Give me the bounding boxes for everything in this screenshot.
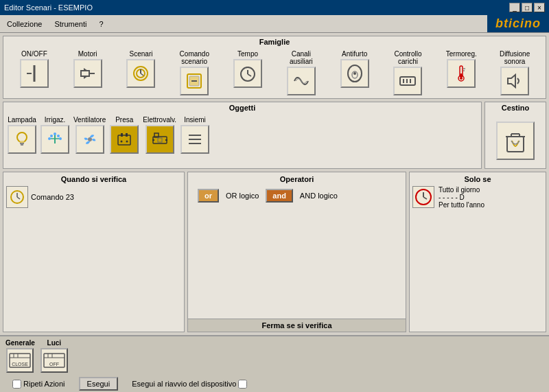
- svg-rect-43: [121, 133, 123, 137]
- object-irrigaz[interactable]: Irrigaz.: [40, 116, 69, 154]
- family-antifurto-label: Antifurto: [342, 50, 367, 58]
- svg-marker-4: [84, 68, 88, 71]
- svg-rect-51: [158, 138, 162, 142]
- operators-section: Operatori or OR logico and AND logico Fe…: [187, 172, 406, 332]
- checkbox-ripeti-input[interactable]: [12, 380, 21, 389]
- family-antifurto[interactable]: Antifurto: [334, 50, 375, 88]
- family-tempo-label: Tempo: [237, 50, 258, 58]
- svg-point-37: [48, 137, 51, 140]
- object-elettrovalv-label: Elettrovalv.: [143, 116, 176, 124]
- family-motori-label: Motori: [78, 50, 97, 58]
- cestino-section: Cestino: [484, 102, 546, 169]
- action-generale-icon[interactable]: CLOSE: [6, 348, 34, 373]
- solose-section: Solo se Tutto il giorno - - - - - D Per …: [409, 172, 546, 332]
- solose-line2: - - - - - D: [439, 194, 484, 201]
- family-motori-icon[interactable]: [73, 59, 102, 88]
- logo-text: bticino: [495, 16, 541, 31]
- object-ventilatore[interactable]: Ventilatore: [73, 116, 106, 154]
- cestino-title: Cestino: [502, 104, 529, 112]
- svg-line-62: [17, 197, 20, 199]
- checkbox-ripeti-label: Ripeti Azioni: [23, 380, 65, 388]
- family-comando-label: Comando scenario: [180, 50, 209, 65]
- family-diffusione-icon[interactable]: [500, 67, 529, 95]
- family-canali-icon[interactable]: [287, 67, 316, 95]
- family-onoff[interactable]: ON/OFF: [14, 50, 55, 88]
- object-elettrovalv[interactable]: Elettrovalv.: [143, 116, 176, 154]
- and-button[interactable]: and: [266, 189, 293, 203]
- object-insiemi-icon[interactable]: [180, 125, 209, 154]
- command-label: Comando 23: [31, 193, 74, 201]
- svg-line-65: [423, 197, 427, 199]
- svg-rect-2: [81, 71, 89, 76]
- or-button[interactable]: or: [198, 189, 219, 203]
- or-label: OR logico: [226, 192, 259, 200]
- cestino-icon[interactable]: [496, 122, 535, 160]
- family-termoreg-icon[interactable]: [447, 59, 476, 88]
- object-insiemi[interactable]: Insiemi: [180, 116, 209, 154]
- esegui-button[interactable]: Esegui: [79, 377, 119, 391]
- family-canali-label: Canali ausiliari: [290, 50, 313, 65]
- checkbox-riavvio-input[interactable]: [238, 380, 247, 389]
- close-button[interactable]: ×: [534, 3, 545, 12]
- object-elettrovalv-icon[interactable]: [145, 125, 174, 154]
- maximize-button[interactable]: □: [522, 3, 533, 12]
- action-generale: Generale CLOSE: [5, 339, 35, 373]
- ferma-text: Ferma se si verifica: [261, 321, 331, 330]
- family-antifurto-icon[interactable]: [340, 59, 369, 88]
- object-presa[interactable]: Presa: [110, 116, 139, 154]
- title-bar: Editor Scenari - ESEMPIO _ □ ×: [0, 0, 549, 15]
- object-ventilatore-label: Ventilatore: [73, 116, 106, 124]
- minimize-button[interactable]: _: [509, 3, 520, 12]
- menu-help[interactable]: ?: [96, 19, 106, 29]
- svg-point-27: [460, 77, 463, 80]
- action-luci-icon[interactable]: OFF: [40, 348, 68, 373]
- solose-clock-icon: [412, 186, 434, 208]
- family-tempo-icon[interactable]: [233, 59, 262, 88]
- family-scenari-icon[interactable]: [126, 59, 155, 88]
- family-controllo[interactable]: Controllo carichi: [387, 50, 428, 95]
- object-irrigaz-label: Irrigaz.: [45, 116, 66, 124]
- menu-collezione[interactable]: Collezione: [4, 19, 45, 29]
- checkbox-riavvio-label: Esegui al riavvio del dispositivo: [132, 380, 236, 388]
- svg-point-36: [54, 132, 56, 135]
- objects-grid: Lampada Irrigaz.: [5, 115, 480, 155]
- family-comando-icon[interactable]: [180, 67, 209, 95]
- title-text: Editor Scenari - ESEMPIO: [4, 3, 93, 12]
- family-canali[interactable]: Canali ausiliari: [281, 50, 322, 95]
- menu-strumenti[interactable]: Strumenti: [51, 19, 89, 29]
- objects-section: Oggetti Lampada Ir: [3, 102, 482, 169]
- families-title: Famiglie: [5, 38, 544, 46]
- family-motori[interactable]: Motori: [67, 50, 108, 88]
- objects-title: Oggetti: [5, 104, 480, 112]
- family-diffusione[interactable]: Diffusione sonora: [494, 50, 535, 95]
- family-scenari[interactable]: Scenari: [120, 50, 161, 88]
- svg-point-40: [57, 135, 60, 137]
- object-lampada-icon[interactable]: [8, 125, 36, 154]
- checkbox-riavvio[interactable]: Esegui al riavvio del dispositivo: [132, 380, 247, 389]
- command-item: Comando 23: [6, 186, 181, 208]
- object-presa-icon[interactable]: [110, 125, 139, 154]
- checkbox-ripeti[interactable]: Ripeti Azioni: [12, 380, 65, 389]
- object-irrigaz-icon[interactable]: [40, 125, 69, 154]
- object-lampada[interactable]: Lampada: [8, 116, 36, 154]
- svg-rect-32: [20, 143, 24, 144]
- svg-marker-30: [508, 75, 515, 87]
- family-tempo[interactable]: Tempo: [227, 50, 268, 88]
- solose-line1: Tutto il giorno: [439, 186, 484, 194]
- and-label: AND logico: [300, 192, 338, 200]
- solose-title: Solo se: [412, 175, 543, 183]
- solose-text: Tutto il giorno - - - - - D Per tutto l'…: [439, 186, 484, 209]
- family-comando[interactable]: Comando scenario: [174, 50, 215, 95]
- family-onoff-icon[interactable]: [20, 59, 49, 88]
- when-title: Quando si verifica: [6, 175, 181, 183]
- family-scenari-label: Scenari: [130, 50, 153, 58]
- solose-content: Tutto il giorno - - - - - D Per tutto l'…: [412, 186, 543, 209]
- family-controllo-icon[interactable]: [393, 67, 422, 95]
- svg-point-19: [353, 72, 356, 75]
- object-insiemi-label: Insiemi: [184, 116, 206, 124]
- svg-rect-33: [21, 144, 23, 146]
- svg-point-31: [17, 132, 27, 142]
- bottom-controls: Ripeti Azioni Esegui Esegui al riavvio d…: [5, 376, 544, 392]
- object-ventilatore-icon[interactable]: [75, 125, 104, 154]
- family-termoreg[interactable]: Termoreg.: [441, 50, 482, 88]
